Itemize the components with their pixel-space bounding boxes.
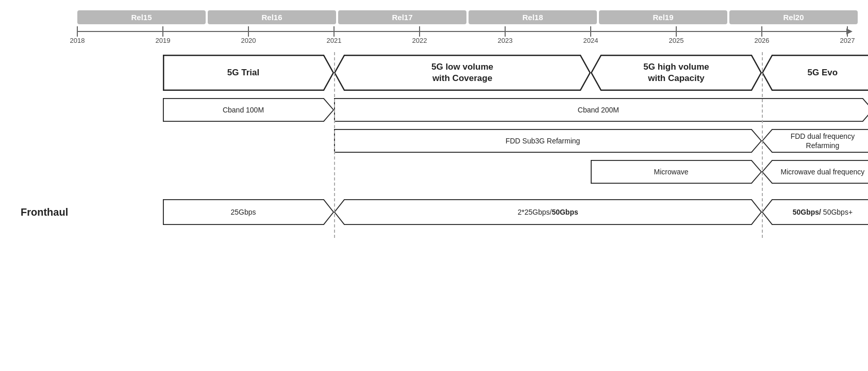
tick-2021 xyxy=(333,26,335,37)
year-label-2023: 2023 xyxy=(498,37,513,44)
arrow-item-0-3: 5G Evo xyxy=(762,55,868,91)
arrow-item-1-1: Cband 200M xyxy=(334,98,868,122)
tick-2026 xyxy=(761,26,762,37)
tick-2018 xyxy=(77,26,78,37)
row-label-fronthaul: Fronthaul xyxy=(21,199,68,225)
tick-2024 xyxy=(590,26,591,37)
year-label-2021: 2021 xyxy=(327,37,342,44)
arrow-item-2-0: FDD Sub3G Refarming xyxy=(334,129,762,153)
year-label-2025: 2025 xyxy=(669,37,684,44)
release-label-rel17: Rel17 xyxy=(338,10,466,24)
tick-2025 xyxy=(676,26,677,37)
timeline-section: Rel15Rel16Rel17Rel18Rel19Rel202018201920… xyxy=(21,10,847,47)
arrow-item-4-2: 50Gbps/ 50Gbps+ xyxy=(762,199,868,225)
tick-2020 xyxy=(248,26,249,37)
tick-2019 xyxy=(162,26,163,37)
timeline-axis xyxy=(77,26,847,37)
year-label-2026: 2026 xyxy=(755,37,770,44)
arrow-item-0-2: 5G high volume with Capacity xyxy=(591,55,762,91)
release-label-rel18: Rel18 xyxy=(469,10,597,24)
year-label-2022: 2022 xyxy=(412,37,427,44)
year-label-2027: 2027 xyxy=(840,37,855,44)
dashed-line-2021 xyxy=(334,52,335,238)
release-label-rel16: Rel16 xyxy=(208,10,336,24)
tick-2022 xyxy=(419,26,420,37)
arrow-item-0-0: 5G Trial xyxy=(163,55,334,91)
arrow-item-4-1: 2*25Gbps/50Gbps xyxy=(334,199,762,225)
arrow-item-1-0: Cband 100M xyxy=(163,98,334,122)
timeline-arrow xyxy=(846,28,853,35)
arrow-item-3-1: Microwave dual frequency xyxy=(762,160,868,184)
release-label-rel15: Rel15 xyxy=(77,10,206,24)
release-label-rel20: Rel20 xyxy=(729,10,858,24)
main-container: Rel15Rel16Rel17Rel18Rel19Rel202018201920… xyxy=(0,0,868,371)
year-label-2019: 2019 xyxy=(156,37,171,44)
timeline-line xyxy=(77,31,847,32)
year-label-2018: 2018 xyxy=(70,37,85,44)
arrow-item-2-1: FDD dual frequency Refarming xyxy=(762,129,868,153)
arrow-item-0-1: 5G low volume with Coverage xyxy=(334,55,591,91)
year-label-2020: 2020 xyxy=(241,37,256,44)
year-label-2024: 2024 xyxy=(583,37,598,44)
arrow-item-3-0: Microwave xyxy=(591,160,762,184)
arrow-item-4-0: 25Gbps xyxy=(163,199,334,225)
release-label-rel19: Rel19 xyxy=(599,10,727,24)
tick-2023 xyxy=(505,26,506,37)
dashed-line-2026 xyxy=(762,52,763,238)
